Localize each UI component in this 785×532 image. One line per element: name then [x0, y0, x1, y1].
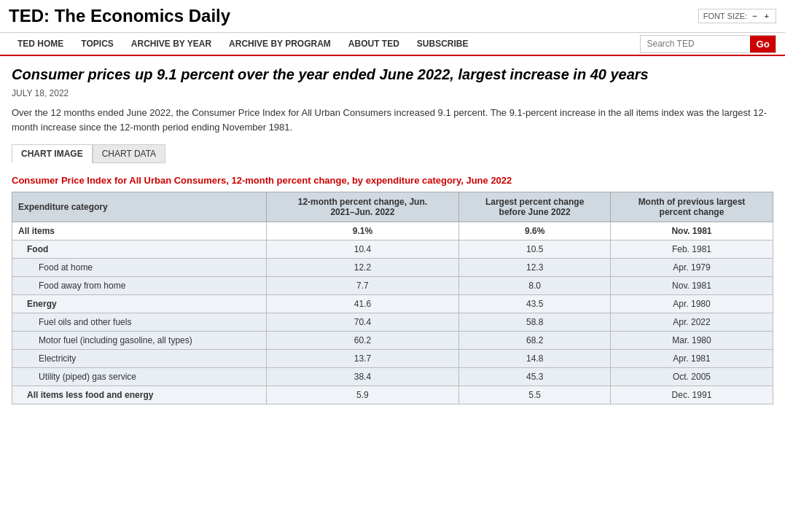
table-row: Utility (piped) gas service38.445.3Oct. … — [12, 368, 773, 386]
cell-change: 9.1% — [266, 222, 459, 240]
col-header-largest: Largest percent changebefore June 2022 — [459, 192, 611, 222]
cell-change: 41.6 — [266, 295, 459, 313]
cell-month: Nov. 1981 — [610, 222, 773, 240]
cell-largest: 58.8 — [459, 313, 611, 332]
table-row: All items9.1%9.6%Nov. 1981 — [12, 222, 773, 240]
tabs: CHART IMAGE CHART DATA — [12, 144, 773, 163]
cell-change: 38.4 — [266, 368, 459, 386]
cell-largest: 8.0 — [459, 277, 611, 295]
nav-subscribe[interactable]: SUBSCRIBE — [408, 33, 477, 55]
cell-month: Feb. 1981 — [610, 240, 773, 259]
font-decrease-icon[interactable]: − — [750, 12, 759, 20]
cell-category: Utility (piped) gas service — [12, 368, 267, 386]
cell-change: 70.4 — [266, 313, 459, 332]
cell-largest: 43.5 — [459, 295, 611, 313]
nav-archive-year[interactable]: ARCHIVE BY YEAR — [122, 33, 220, 55]
search-box[interactable]: Go — [640, 35, 776, 53]
cell-change: 5.9 — [266, 386, 459, 404]
cell-month: Apr. 1981 — [610, 350, 773, 368]
cell-largest: 14.8 — [459, 350, 611, 368]
search-button[interactable]: Go — [750, 36, 776, 52]
table-row: Fuel oils and other fuels70.458.8Apr. 20… — [12, 313, 773, 332]
table-row: Motor fuel (including gasoline, all type… — [12, 332, 773, 350]
nav-topics[interactable]: TOPICS — [72, 33, 122, 55]
cell-largest: 9.6% — [459, 222, 611, 240]
nav-links: TED HOME TOPICS ARCHIVE BY YEAR ARCHIVE … — [9, 33, 477, 55]
table-row: Food at home12.212.3Apr. 1979 — [12, 259, 773, 277]
cell-largest: 10.5 — [459, 240, 611, 259]
nav-ted-home[interactable]: TED HOME — [9, 33, 72, 55]
chart-section-title: Consumer Price Index for All Urban Consu… — [12, 175, 773, 186]
nav-about[interactable]: ABOUT TED — [340, 33, 408, 55]
cell-category: Fuel oils and other fuels — [12, 313, 267, 332]
table-row: Energy41.643.5Apr. 1980 — [12, 295, 773, 313]
cell-month: Apr. 1980 — [610, 295, 773, 313]
cell-month: Dec. 1991 — [610, 386, 773, 404]
main-content: Consumer prices up 9.1 percent over the … — [0, 56, 785, 413]
article-body: Over the 12 months ended June 2022, the … — [12, 106, 773, 134]
font-increase-icon[interactable]: + — [762, 12, 771, 20]
font-size-control[interactable]: FONT SIZE: − + — [698, 9, 776, 23]
site-header: TED: The Economics Daily FONT SIZE: − + — [0, 0, 785, 33]
site-title: TED: The Economics Daily — [9, 6, 230, 26]
cell-category: Electricity — [12, 350, 267, 368]
cell-category: All items less food and energy — [12, 386, 267, 404]
cell-month: Apr. 1979 — [610, 259, 773, 277]
cell-category: Energy — [12, 295, 267, 313]
font-size-label: FONT SIZE: — [703, 12, 747, 20]
tab-chart-image[interactable]: CHART IMAGE — [12, 144, 93, 163]
cell-change: 12.2 — [266, 259, 459, 277]
tab-chart-data[interactable]: CHART DATA — [93, 144, 165, 163]
cell-largest: 5.5 — [459, 386, 611, 404]
table-row: Food10.410.5Feb. 1981 — [12, 240, 773, 259]
table-row: Electricity13.714.8Apr. 1981 — [12, 350, 773, 368]
table-row: All items less food and energy5.95.5Dec.… — [12, 386, 773, 404]
cell-largest: 45.3 — [459, 368, 611, 386]
table-row: Food away from home7.78.0Nov. 1981 — [12, 277, 773, 295]
col-header-category: Expenditure category — [12, 192, 267, 222]
nav-archive-program[interactable]: ARCHIVE BY PROGRAM — [220, 33, 340, 55]
cell-month: Nov. 1981 — [610, 277, 773, 295]
cell-change: 13.7 — [266, 350, 459, 368]
data-table: Expenditure category 12-month percent ch… — [12, 192, 773, 404]
cell-category: Food at home — [12, 259, 267, 277]
article-title: Consumer prices up 9.1 percent over the … — [12, 65, 773, 84]
cell-change: 7.7 — [266, 277, 459, 295]
search-input[interactable] — [641, 36, 750, 52]
col-header-change: 12-month percent change, Jun.2021–Jun. 2… — [266, 192, 459, 222]
cell-largest: 12.3 — [459, 259, 611, 277]
cell-category: Food away from home — [12, 277, 267, 295]
cell-month: Apr. 2022 — [610, 313, 773, 332]
nav-bar: TED HOME TOPICS ARCHIVE BY YEAR ARCHIVE … — [0, 33, 785, 56]
cell-month: Mar. 1980 — [610, 332, 773, 350]
cell-change: 60.2 — [266, 332, 459, 350]
cell-category: All items — [12, 222, 267, 240]
cell-largest: 68.2 — [459, 332, 611, 350]
col-header-month: Month of previous largestpercent change — [610, 192, 773, 222]
article-date: JULY 18, 2022 — [12, 88, 773, 98]
cell-change: 10.4 — [266, 240, 459, 259]
cell-category: Food — [12, 240, 267, 259]
cell-month: Oct. 2005 — [610, 368, 773, 386]
cell-category: Motor fuel (including gasoline, all type… — [12, 332, 267, 350]
